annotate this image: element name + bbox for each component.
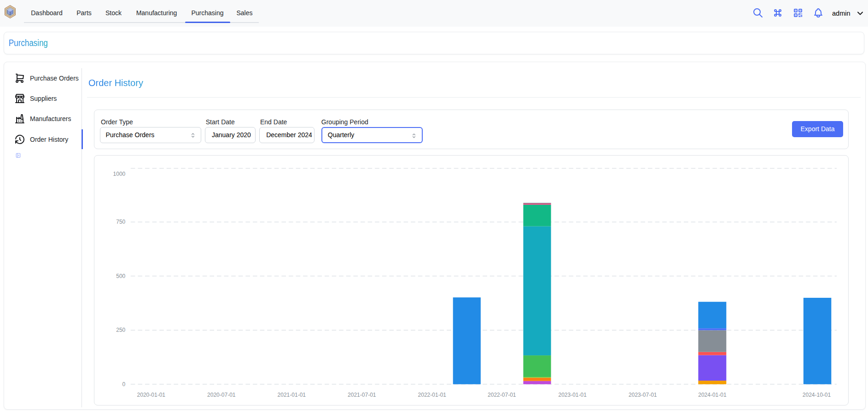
svg-text:2021-01-01: 2021-01-01 (278, 392, 306, 398)
svg-text:500: 500 (116, 273, 125, 279)
svg-text:2024-10-01: 2024-10-01 (803, 392, 831, 398)
svg-text:2023-07-01: 2023-07-01 (629, 392, 657, 398)
svg-text:2024-01-01: 2024-01-01 (698, 392, 727, 398)
svg-text:1000: 1000 (113, 171, 126, 178)
svg-text:2020-07-01: 2020-07-01 (207, 392, 236, 398)
svg-text:2021-07-01: 2021-07-01 (348, 392, 376, 398)
svg-text:0: 0 (122, 381, 126, 388)
svg-text:2022-01-01: 2022-01-01 (418, 392, 447, 398)
svg-text:750: 750 (116, 219, 125, 226)
svg-text:2020-01-01: 2020-01-01 (137, 392, 166, 398)
svg-text:250: 250 (116, 327, 125, 334)
svg-text:2022-07-01: 2022-07-01 (488, 392, 516, 398)
svg-text:2023-01-01: 2023-01-01 (559, 392, 587, 398)
